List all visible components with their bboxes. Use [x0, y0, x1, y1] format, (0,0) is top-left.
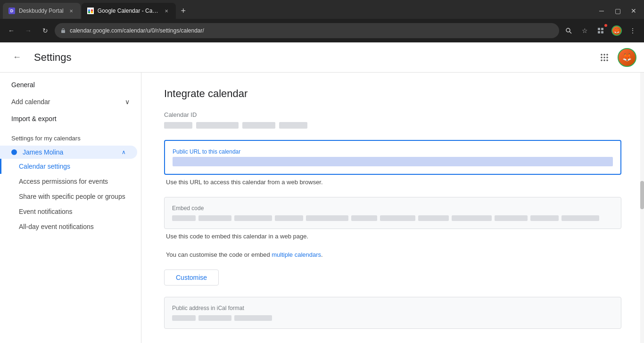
calendar-id-blur-3 [242, 122, 275, 129]
scrollbar-thumb[interactable] [640, 181, 644, 209]
tab-favicon-deskbuddy: D [8, 8, 15, 14]
back-nav-button[interactable]: ← [4, 23, 19, 38]
address-bar[interactable]: calendar.google.com/calendar/u/0/r/setti… [55, 23, 559, 38]
url-text: calendar.google.com/calendar/u/0/r/setti… [70, 27, 553, 34]
sub-item-share-people[interactable]: Share with specific people or groups [0, 189, 141, 204]
new-tab-button[interactable]: + [177, 4, 190, 17]
calendar-id-blur-2 [196, 122, 239, 129]
tab-favicon-gcal [87, 8, 94, 14]
lock-icon [60, 28, 66, 33]
calendar-id-blur-4 [279, 122, 307, 129]
extensions-button[interactable] [593, 23, 608, 38]
tab-title-deskbuddy: Deskbuddy Portal [19, 8, 64, 14]
svg-point-12 [601, 54, 603, 56]
svg-rect-10 [598, 31, 600, 33]
embed-help-1: Use this code to embed this calendar in … [164, 233, 621, 240]
minimize-button[interactable]: ─ [594, 3, 609, 18]
tab-close-deskbuddy[interactable]: ✕ [67, 7, 75, 15]
google-apps-button[interactable] [595, 48, 614, 67]
tab-title-gcal: Google Calendar - Calendar se... [98, 8, 159, 14]
nav-bar: ← → ↻ calendar.google.com/calendar/u/0/r… [0, 19, 644, 42]
sidebar-section-my-calendars: Settings for my calendars [0, 127, 141, 146]
svg-rect-3 [88, 11, 90, 13]
public-url-value[interactable] [173, 157, 613, 166]
main-content: Integrate calendar Calendar ID Public UR… [141, 73, 644, 343]
embed-code-value [172, 215, 613, 221]
close-browser-button[interactable]: ✕ [626, 3, 641, 18]
calendar-dot [11, 149, 17, 155]
browser-actions: ☆ 🦊 ⋮ [561, 23, 640, 38]
svg-rect-1 [88, 9, 90, 11]
tab-close-gcal[interactable]: ✕ [163, 7, 170, 15]
main-layout: General Add calendar ∨ Import & export S… [0, 73, 644, 343]
tab-bar: D Deskbuddy Portal ✕ Google Calendar - C… [0, 0, 644, 19]
public-url-help: Use this URL to access this calendar fro… [164, 179, 621, 186]
header-left: ← Settings [8, 48, 72, 67]
browser-chrome: D Deskbuddy Portal ✕ Google Calendar - C… [0, 0, 644, 42]
embed-blur-1 [172, 215, 196, 221]
sidebar-calendar-james-molina[interactable]: James Molina ∧ [0, 146, 137, 159]
embed-blur-4 [275, 215, 303, 221]
embed-help-2: You can customise the code or embed mult… [164, 251, 621, 258]
maximize-button[interactable]: ▢ [610, 3, 625, 18]
svg-rect-9 [601, 28, 603, 30]
embed-blur-11 [530, 215, 559, 221]
search-browser-button[interactable] [561, 23, 576, 38]
sub-item-calendar-settings[interactable]: Calendar settings [0, 159, 141, 174]
ical-label: Public address in iCal format [172, 305, 613, 311]
sub-item-allday-notifications[interactable]: All-day event notifications [0, 219, 141, 234]
svg-point-14 [606, 54, 608, 56]
embed-code-label: Embed code [172, 205, 613, 212]
app-container: ← Settings 🦊 General Add calendar ∨ Impo… [0, 42, 644, 343]
sub-item-event-notifications[interactable]: Event notifications [0, 204, 141, 219]
svg-point-6 [566, 28, 570, 32]
tab-deskbuddy[interactable]: D Deskbuddy Portal ✕ [3, 3, 81, 19]
reload-button[interactable]: ↻ [38, 23, 53, 38]
svg-rect-2 [91, 9, 93, 11]
ical-blur-1 [172, 315, 196, 321]
embed-code-container: Embed code [164, 197, 621, 229]
public-url-container[interactable]: Public URL to this calendar [164, 140, 621, 175]
calendar-id-label: Calendar ID [164, 111, 621, 118]
embed-blur-6 [351, 215, 377, 221]
ical-value [172, 315, 613, 321]
header-right: 🦊 [595, 48, 636, 67]
svg-point-16 [603, 57, 605, 58]
sidebar: General Add calendar ∨ Import & export S… [0, 73, 141, 343]
public-url-label: Public URL to this calendar [173, 148, 613, 155]
sub-item-access-permissions[interactable]: Access permissions for events [0, 174, 141, 189]
tab-google-calendar[interactable]: Google Calendar - Calendar se... ✕ [82, 3, 176, 19]
svg-line-7 [570, 32, 571, 33]
embed-blur-12 [561, 215, 599, 221]
forward-nav-button[interactable]: → [21, 23, 36, 38]
sidebar-item-general[interactable]: General [0, 76, 141, 93]
embed-blur-8 [418, 215, 449, 221]
embed-blur-3 [234, 215, 272, 221]
embed-blur-9 [452, 215, 492, 221]
svg-point-19 [603, 59, 605, 61]
sidebar-item-add-calendar[interactable]: Add calendar ∨ [0, 93, 141, 110]
embed-blur-10 [495, 215, 528, 221]
scrollbar-track[interactable] [640, 73, 644, 343]
sidebar-item-import-export[interactable]: Import & export [0, 110, 141, 127]
user-avatar[interactable]: 🦊 [618, 48, 636, 67]
page-title: Settings [34, 51, 72, 64]
calendar-id-value [164, 122, 621, 129]
menu-button[interactable]: ⋮ [625, 23, 640, 38]
app-header: ← Settings 🦊 [0, 42, 644, 73]
ical-blur-3 [234, 315, 272, 321]
profile-button[interactable]: 🦊 [609, 23, 624, 38]
back-button[interactable]: ← [8, 48, 26, 67]
svg-rect-8 [598, 28, 600, 30]
customise-button[interactable]: Customise [164, 270, 219, 286]
svg-point-18 [601, 59, 603, 61]
svg-rect-4 [91, 11, 93, 13]
collapse-icon[interactable]: ∧ [122, 149, 126, 155]
svg-point-13 [603, 54, 605, 56]
section-title: Integrate calendar [164, 88, 621, 100]
svg-point-17 [606, 57, 608, 58]
calendar-name: James Molina [23, 148, 116, 156]
bookmark-button[interactable]: ☆ [577, 23, 592, 38]
calendar-id-blur-1 [164, 122, 192, 129]
embed-help-link[interactable]: multiple calendars [272, 251, 321, 258]
